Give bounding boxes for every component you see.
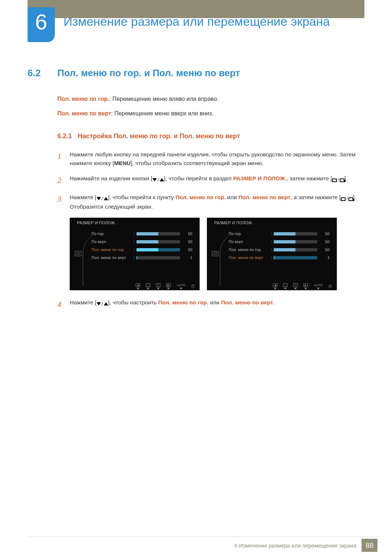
osd-row-value: 1 [317, 255, 331, 260]
subsection-title: Настройка Пол. меню по гор. и Пол. меню … [78, 132, 240, 140]
plus-icon: + [293, 283, 298, 287]
chapter-number-badge: 6 [28, 7, 55, 42]
step-1: 1 Нажмите любую кнопку на передней панел… [57, 150, 364, 168]
minus-icon: − [283, 283, 287, 287]
osd-panel-left: РАЗМЕР И ПОЛОЖ. По гор.:50По верт.:50Пол… [70, 218, 200, 290]
osd-colon: : [269, 255, 274, 260]
osd-category-icon [212, 251, 219, 256]
osd-slider [274, 232, 317, 235]
page-number: 88 [362, 539, 377, 552]
osd-colon: : [132, 247, 136, 252]
osd-row: По верт.:50 [229, 238, 332, 245]
nav-right-icon: ► [166, 283, 171, 287]
page-footer: 6 Изменение размера или перемещение экра… [0, 537, 392, 554]
osd-row-value: 50 [317, 231, 331, 236]
osd-footer: ◄ − + ► AUTO [207, 282, 337, 290]
osd-category-icon [75, 251, 81, 256]
osd-slider [136, 248, 180, 251]
step-text: Нажмите любую кнопку на передней панели … [70, 150, 364, 168]
osd-colon: : [132, 255, 136, 260]
osd-colon: : [132, 239, 136, 244]
osd-slider [136, 232, 180, 235]
osd-arc-icon [83, 231, 105, 286]
osd-row-value: 50 [180, 239, 194, 244]
subsection-heading: 6.2.1 Настройка Пол. меню по гор. и Пол.… [57, 132, 364, 140]
osd-row-value: 50 [317, 247, 331, 252]
power-icon [328, 285, 332, 288]
osd-row-value: 1 [180, 255, 194, 260]
osd-colon: : [269, 239, 274, 244]
step-text: Нажимайте на изделии кнопки [ / ], чтобы… [70, 174, 364, 186]
step-number: 1 [57, 150, 70, 168]
nav-left-icon: ◄ [273, 283, 277, 287]
osd-screenshots: РАЗМЕР И ПОЛОЖ. По гор.:50По верт.:50Пол… [70, 218, 364, 290]
osd-colon: : [132, 231, 136, 236]
osd-row: Пол. меню по верт:1 [229, 254, 332, 261]
osd-colon: : [269, 247, 274, 252]
osd-slider [274, 240, 317, 243]
nav-right-icon: ► [303, 283, 308, 287]
header-bar [0, 0, 392, 18]
osd-footer: ◄ − + ► AUTO [70, 282, 200, 290]
description-2: Пол. меню по верт: Перемещение меню ввер… [57, 109, 364, 118]
osd-row-value: 50 [180, 247, 194, 252]
osd-row-value: 50 [317, 239, 331, 244]
osd-title: РАЗМЕР И ПОЛОЖ. [214, 221, 332, 225]
down-up-icon: / [97, 300, 108, 308]
osd-slider [136, 240, 180, 243]
step-3: 3 Нажмите [ / ], чтобы перейти к пункту … [57, 193, 364, 211]
osd-row-value: 50 [180, 231, 194, 236]
nav-left-icon: ◄ [136, 283, 140, 287]
step-number: 4 [57, 298, 70, 311]
enter-icon: / [332, 176, 344, 184]
osd-arc-icon [220, 231, 242, 286]
step-text: Нажмите [ / ], чтобы перейти к пункту По… [70, 193, 364, 211]
step-4: 4 Нажмите [ / ], чтобы настроить Пол. ме… [57, 298, 364, 311]
step-2: 2 Нажимайте на изделии кнопки [ / ], что… [57, 174, 364, 186]
down-up-icon: / [152, 176, 164, 184]
osd-colon: : [269, 231, 274, 236]
power-icon [191, 285, 195, 288]
step-text: Нажмите [ / ], чтобы настроить Пол. меню… [70, 298, 364, 311]
step-number: 2 [57, 174, 70, 186]
plus-icon: + [156, 283, 160, 287]
minus-icon: − [146, 283, 150, 287]
section-heading: 6.2 Пол. меню по гор. и Пол. меню по вер… [28, 67, 364, 79]
section-title: Пол. меню по гор. и Пол. меню по верт [57, 67, 240, 79]
osd-slider [274, 248, 317, 251]
osd-row: По гор.:50 [229, 230, 332, 237]
osd-row: Пол. меню по гор.:50 [91, 246, 195, 253]
description-1: Пол. меню по гор.: Перемещение меню влев… [57, 95, 364, 103]
down-up-icon: / [97, 195, 108, 202]
osd-row: Пол. меню по гор.:50 [229, 246, 332, 253]
osd-slider [136, 256, 180, 259]
osd-slider [274, 256, 317, 259]
osd-row: Пол. меню по верт:1 [91, 254, 195, 261]
auto-label: AUTO [176, 283, 185, 287]
section-number: 6.2 [28, 67, 57, 79]
auto-label: AUTO [314, 283, 323, 287]
subsection-number: 6.2.1 [57, 132, 78, 140]
step-number: 3 [57, 193, 70, 211]
osd-title: РАЗМЕР И ПОЛОЖ. [77, 221, 195, 225]
enter-icon: / [341, 195, 353, 202]
osd-panel-right: РАЗМЕР И ПОЛОЖ. По гор.:50По верт.:50Пол… [207, 218, 337, 290]
osd-row: По гор.:50 [91, 230, 195, 237]
footer-text: 6 Изменение размера или перемещение экра… [234, 542, 356, 549]
osd-row: По верт.:50 [91, 238, 195, 245]
